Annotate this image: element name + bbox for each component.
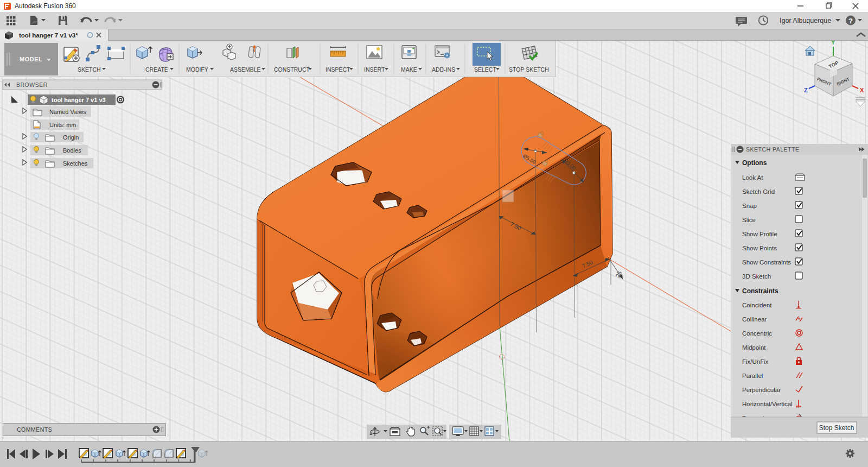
svg-text:Show Points: Show Points xyxy=(742,245,777,251)
svg-text:Constraints: Constraints xyxy=(742,287,778,295)
svg-text:COMMENTS: COMMENTS xyxy=(17,426,52,433)
svg-text:Show Profile: Show Profile xyxy=(742,231,777,237)
svg-text:Igor Albuquerque: Igor Albuquerque xyxy=(780,17,831,24)
svg-text:Named Views: Named Views xyxy=(49,109,86,115)
svg-text:SELECT: SELECT xyxy=(474,66,496,73)
svg-text:tool hanger 7 v1 v3: tool hanger 7 v1 v3 xyxy=(52,97,106,103)
svg-text:BROWSER: BROWSER xyxy=(16,81,48,88)
svg-text:SKETCH: SKETCH xyxy=(78,66,101,73)
svg-text:CONSTRUCT: CONSTRUCT xyxy=(274,66,310,73)
svg-text:CREATE: CREATE xyxy=(145,66,168,73)
svg-text:Coincident: Coincident xyxy=(742,302,772,308)
svg-text:Look At: Look At xyxy=(742,174,763,181)
svg-text:ADD-INS: ADD-INS xyxy=(432,66,455,73)
svg-text:Sketches: Sketches xyxy=(63,160,88,167)
svg-text:Show Constraints: Show Constraints xyxy=(742,259,791,266)
svg-text:MODEL: MODEL xyxy=(20,56,42,62)
svg-text:tool hanger 7 v1 v3*: tool hanger 7 v1 v3* xyxy=(19,32,78,39)
svg-text:Midpoint: Midpoint xyxy=(742,344,766,351)
svg-text:INSPECT: INSPECT xyxy=(326,66,350,73)
svg-text:3D Sketch: 3D Sketch xyxy=(742,273,771,280)
svg-text:MAKE: MAKE xyxy=(401,66,417,73)
svg-text:Slice: Slice xyxy=(742,217,756,223)
svg-text:Autodesk Fusion 360: Autodesk Fusion 360 xyxy=(15,2,76,10)
svg-text:Collinear: Collinear xyxy=(742,316,767,323)
svg-text:Sketch Grid: Sketch Grid xyxy=(742,188,775,195)
svg-text:?: ? xyxy=(848,17,853,25)
svg-text:Origin: Origin xyxy=(63,134,79,141)
svg-text:Stop Sketch: Stop Sketch xyxy=(819,424,854,432)
svg-text:Z: Z xyxy=(804,87,808,93)
svg-text:Fix/UnFix: Fix/UnFix xyxy=(742,358,769,365)
svg-text:Units: mm: Units: mm xyxy=(49,122,76,128)
svg-text:X: X xyxy=(860,87,864,93)
svg-text:Concentric: Concentric xyxy=(742,330,772,337)
svg-text:MODIFY: MODIFY xyxy=(186,66,208,73)
svg-text:Horizontal/Vertical: Horizontal/Vertical xyxy=(742,401,793,407)
svg-text:STOP SKETCH: STOP SKETCH xyxy=(509,66,549,73)
svg-text:SKETCH PALETTE: SKETCH PALETTE xyxy=(746,146,799,153)
svg-text:Perpendicular: Perpendicular xyxy=(742,387,781,393)
svg-text:Parallel: Parallel xyxy=(742,373,763,379)
svg-text:Snap: Snap xyxy=(742,203,757,209)
svg-text:ASSEMBLE: ASSEMBLE xyxy=(230,66,261,73)
svg-text:Options: Options xyxy=(742,159,767,167)
svg-text:INSERT: INSERT xyxy=(364,66,385,73)
svg-text:Bodies: Bodies xyxy=(63,147,81,154)
